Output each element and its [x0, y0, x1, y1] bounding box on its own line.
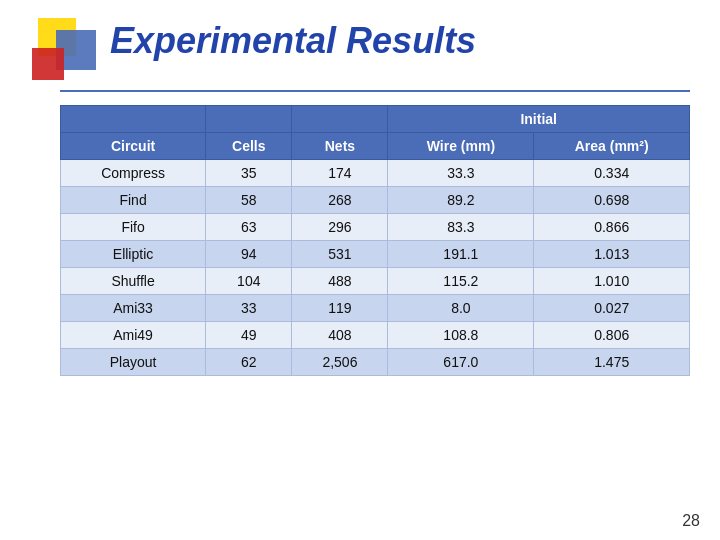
title-rule [60, 90, 690, 92]
cell-nets: 296 [292, 214, 388, 241]
cell-cells: 104 [206, 268, 292, 295]
results-table-container: Initial Circuit Cells Nets Wire (mm) Are… [60, 105, 690, 376]
cell-area: 1.013 [534, 241, 690, 268]
cell-nets: 268 [292, 187, 388, 214]
cell-circuit: Ami33 [61, 295, 206, 322]
header-initial: Initial [388, 106, 690, 133]
table-row: Fifo6329683.30.866 [61, 214, 690, 241]
page-title: Experimental Results [110, 20, 476, 62]
cell-cells: 63 [206, 214, 292, 241]
cell-wire: 33.3 [388, 160, 534, 187]
cell-cells: 33 [206, 295, 292, 322]
table-header-top: Initial [61, 106, 690, 133]
cell-nets: 488 [292, 268, 388, 295]
deco-red-square [32, 48, 64, 80]
page-number: 28 [682, 512, 700, 530]
cell-circuit: Compress [61, 160, 206, 187]
table-row: Ami4949408108.80.806 [61, 322, 690, 349]
cell-nets: 408 [292, 322, 388, 349]
cell-cells: 35 [206, 160, 292, 187]
cell-circuit: Ami49 [61, 322, 206, 349]
table-row: Playout622,506617.01.475 [61, 349, 690, 376]
header-empty-2 [206, 106, 292, 133]
cell-area: 0.698 [534, 187, 690, 214]
header-empty-3 [292, 106, 388, 133]
results-table: Initial Circuit Cells Nets Wire (mm) Are… [60, 105, 690, 376]
table-header-sub: Circuit Cells Nets Wire (mm) Area (mm²) [61, 133, 690, 160]
col-cells: Cells [206, 133, 292, 160]
col-nets: Nets [292, 133, 388, 160]
cell-area: 0.806 [534, 322, 690, 349]
header-empty-1 [61, 106, 206, 133]
cell-area: 0.027 [534, 295, 690, 322]
cell-wire: 191.1 [388, 241, 534, 268]
cell-circuit: Playout [61, 349, 206, 376]
cell-area: 1.010 [534, 268, 690, 295]
table-row: Shuffle104488115.21.010 [61, 268, 690, 295]
cell-wire: 115.2 [388, 268, 534, 295]
col-circuit: Circuit [61, 133, 206, 160]
table-body: Compress3517433.30.334Find5826889.20.698… [61, 160, 690, 376]
table-row: Find5826889.20.698 [61, 187, 690, 214]
cell-nets: 174 [292, 160, 388, 187]
cell-cells: 62 [206, 349, 292, 376]
cell-wire: 89.2 [388, 187, 534, 214]
cell-circuit: Find [61, 187, 206, 214]
cell-cells: 58 [206, 187, 292, 214]
col-wire: Wire (mm) [388, 133, 534, 160]
cell-cells: 49 [206, 322, 292, 349]
table-row: Ami33331198.00.027 [61, 295, 690, 322]
table-row: Elliptic94531191.11.013 [61, 241, 690, 268]
col-area: Area (mm²) [534, 133, 690, 160]
cell-circuit: Fifo [61, 214, 206, 241]
table-row: Compress3517433.30.334 [61, 160, 690, 187]
cell-nets: 119 [292, 295, 388, 322]
cell-nets: 531 [292, 241, 388, 268]
cell-nets: 2,506 [292, 349, 388, 376]
cell-circuit: Shuffle [61, 268, 206, 295]
cell-area: 0.866 [534, 214, 690, 241]
cell-area: 0.334 [534, 160, 690, 187]
cell-wire: 8.0 [388, 295, 534, 322]
cell-circuit: Elliptic [61, 241, 206, 268]
cell-cells: 94 [206, 241, 292, 268]
cell-area: 1.475 [534, 349, 690, 376]
cell-wire: 83.3 [388, 214, 534, 241]
cell-wire: 108.8 [388, 322, 534, 349]
decorative-shapes [18, 18, 98, 88]
cell-wire: 617.0 [388, 349, 534, 376]
